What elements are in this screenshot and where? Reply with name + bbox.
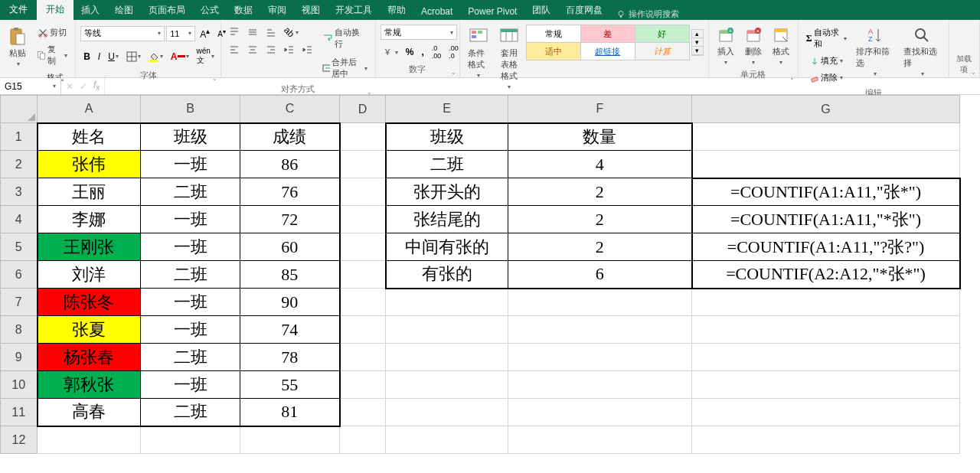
sort-filter-button[interactable]: AZ 排序和筛选▾ [853,24,897,79]
cell-C8[interactable]: 74 [240,316,340,344]
cell-D7[interactable] [340,289,386,316]
cell-G8[interactable] [692,316,960,344]
tab-data[interactable]: 数据 [227,1,260,20]
gallery-scroll[interactable]: ▴ ▾ ▾ [691,29,704,56]
tell-me-search[interactable]: 操作说明搜索 [616,8,679,20]
tab-home[interactable]: 开始 [37,0,74,20]
cut-button[interactable]: 剪切 [34,24,70,41]
paste-button[interactable]: 粘贴 ▾ [5,24,31,69]
cell-G3[interactable]: =COUNTIF(A1:A11,"张*") [692,178,960,206]
cell-E8[interactable] [386,316,508,344]
align-center-button[interactable] [244,42,261,57]
cell-C1[interactable]: 成绩 [240,123,340,151]
col-header-D[interactable]: D [340,96,386,123]
cell-F6[interactable]: 6 [508,261,692,289]
cell-A6[interactable]: 刘洋 [38,261,141,289]
number-format-select[interactable]: 常规▾ [381,24,457,40]
cell-F2[interactable]: 4 [508,151,692,178]
cell-E2[interactable]: 二班 [386,151,508,178]
cell-B9[interactable]: 二班 [141,344,240,371]
col-header-F[interactable]: F [508,96,692,123]
cell-F11[interactable] [508,399,692,426]
cell-B3[interactable]: 二班 [141,178,240,206]
format-cells-button[interactable]: 格式▾ [769,24,793,67]
increase-decimal-button[interactable]: .0.00 [429,42,445,62]
cell-B8[interactable]: 一班 [141,316,240,344]
tab-review[interactable]: 审阅 [260,1,294,20]
cell-B5[interactable]: 一班 [141,233,240,261]
align-middle-button[interactable] [244,24,261,40]
cell-B12[interactable] [141,426,240,454]
cell-A11[interactable]: 高春 [38,399,141,426]
wrap-text-button[interactable]: 自动换行 [319,24,371,52]
currency-button[interactable]: ¥▾ [381,44,401,60]
select-all-corner[interactable] [1,96,38,123]
cell-E4[interactable]: 张结尾的 [386,206,508,233]
cell-D12[interactable] [340,426,386,454]
align-left-button[interactable] [226,42,243,57]
col-header-A[interactable]: A [38,96,141,123]
col-header-G[interactable]: G [692,96,960,123]
fill-color-button[interactable]: ▾ [145,49,166,64]
cell-styles-gallery[interactable]: 常规 差 好 适中 超链接 计算 [526,24,690,60]
cell-F1[interactable]: 数量 [508,123,692,151]
tab-insert[interactable]: 插入 [74,1,107,20]
cell-C3[interactable]: 76 [240,178,340,206]
cell-C11[interactable]: 81 [240,399,340,426]
cell-F9[interactable] [508,344,692,371]
tab-devtools[interactable]: 开发工具 [328,1,380,20]
align-top-button[interactable] [226,24,243,40]
tab-baidu[interactable]: 百度网盘 [558,1,610,20]
cell-C2[interactable]: 86 [240,151,340,178]
style-neutral[interactable]: 适中 [527,43,580,60]
cell-G11[interactable] [692,399,960,426]
cell-F12[interactable] [508,426,692,454]
cell-D11[interactable] [340,399,386,426]
cell-F7[interactable] [508,289,692,316]
font-size-select[interactable]: 11▾ [166,26,195,41]
cell-G7[interactable] [692,289,960,316]
tab-pagelayout[interactable]: 页面布局 [141,1,193,20]
tab-file[interactable]: 文件 [0,0,37,20]
font-name-select[interactable]: 等线▾ [80,26,165,41]
cancel-formula-icon[interactable]: ✕ [66,81,74,92]
align-right-button[interactable] [263,42,279,57]
cell-B10[interactable]: 一班 [141,371,240,399]
fill-button[interactable]: 填充▾ [803,53,851,69]
cell-G5[interactable]: =COUNTIF(A1:A11,"?张?") [692,233,960,261]
font-color-button[interactable]: A▾ [168,49,192,64]
cell-D10[interactable] [340,371,386,399]
cell-B1[interactable]: 班级 [141,123,240,151]
row-header-5[interactable]: 5 [1,233,38,261]
cell-D1[interactable] [340,123,386,151]
col-header-E[interactable]: E [386,96,508,123]
cell-A7[interactable]: 陈张冬 [38,289,141,316]
cell-C7[interactable]: 90 [240,289,340,316]
row-header-3[interactable]: 3 [1,178,38,206]
style-bad[interactable]: 差 [581,25,635,42]
increase-font-button[interactable]: A▴ [197,24,213,42]
cell-A3[interactable]: 王丽 [38,178,141,206]
align-bottom-button[interactable] [263,24,279,40]
gallery-down-icon[interactable]: ▾ [692,38,703,47]
cell-F10[interactable] [508,371,692,399]
cell-A2[interactable]: 张伟 [38,151,141,178]
copy-button[interactable]: 复制▾ [34,41,70,69]
row-header-8[interactable]: 8 [1,316,38,344]
cell-C4[interactable]: 72 [240,206,340,233]
conditional-format-button[interactable]: 条件格式▾ [465,24,492,80]
row-header-10[interactable]: 10 [1,371,38,399]
tab-team[interactable]: 团队 [524,1,558,20]
cell-B4[interactable]: 一班 [141,206,240,233]
cell-A8[interactable]: 张夏 [38,316,141,344]
cell-D3[interactable] [340,178,386,206]
col-header-B[interactable]: B [141,96,240,123]
underline-button[interactable]: U▾ [105,49,122,64]
style-normal[interactable]: 常规 [527,25,580,42]
spreadsheet-grid[interactable]: A B C D E F G 1姓名班级成绩班级数量2张伟一班86二班43王丽二班… [0,95,980,454]
cell-A9[interactable]: 杨张春 [38,344,141,371]
gallery-up-icon[interactable]: ▴ [692,30,703,38]
row-header-9[interactable]: 9 [1,344,38,371]
gallery-more-icon[interactable]: ▾ [692,47,703,55]
orientation-button[interactable]: ab▾ [281,24,301,40]
